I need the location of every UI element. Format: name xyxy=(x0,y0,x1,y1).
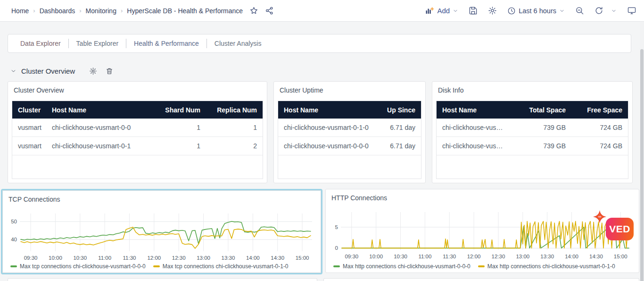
table-row: chi-clickhouse-vusmart-0-0-0 6.71 day xyxy=(278,137,421,155)
legend-item[interactable]: Max tcp connections chi-clickhouse-vusma… xyxy=(153,263,289,270)
col-total-space[interactable]: Total Space xyxy=(509,106,566,114)
refresh-icon xyxy=(594,6,603,15)
cell-total-space: 739 GB xyxy=(509,142,566,150)
chevron-down-icon xyxy=(453,8,458,14)
favorite-star-button[interactable] xyxy=(249,6,258,15)
svg-text:09:30: 09:30 xyxy=(24,255,38,261)
svg-text:12:30: 12:30 xyxy=(492,254,505,259)
table-row: chi-clickhouse-vusmart-0-1-0 6.71 day xyxy=(278,119,421,137)
svg-text:12:00: 12:00 xyxy=(467,254,481,259)
kiosk-mode-button[interactable] xyxy=(627,6,636,15)
col-up-since[interactable]: Up Since xyxy=(375,106,415,114)
col-host-name[interactable]: Host Name xyxy=(52,106,149,114)
svg-text:13:30: 13:30 xyxy=(540,254,554,259)
table-header: Host Name Up Since xyxy=(278,101,421,119)
tcp-connections-chart[interactable]: 09:3010:0010:3011:0011:3012:0012:3013:00… xyxy=(6,210,316,263)
add-panel-button[interactable]: Add xyxy=(425,7,458,15)
row-title[interactable]: Cluster Overview xyxy=(21,67,75,75)
table-header: Host Name Total Space Free Space xyxy=(437,101,628,119)
panel-title[interactable]: Cluster Overview xyxy=(8,82,267,97)
panel-disk-info: Disk Info Host Name Total Space Free Spa… xyxy=(432,81,633,183)
panel-title[interactable]: HTTP Connections xyxy=(326,189,639,206)
tab-table-explorer[interactable]: Table Explorer xyxy=(69,40,126,47)
breadcrumb-current-dashboard: HyperScale DB - Health & Performance xyxy=(127,7,243,15)
share-button[interactable] xyxy=(265,6,274,15)
svg-text:14:00: 14:00 xyxy=(565,254,578,259)
tab-data-explorer[interactable]: Data Explorer xyxy=(13,40,68,47)
row-settings-button[interactable] xyxy=(89,67,97,75)
panel-tcp-connections-selected[interactable]: TCP Connections 09:3010:0010:3011:0011:3… xyxy=(1,189,322,274)
table-row: chi-clickhouse-vusmart-0... 739 GB 724 G… xyxy=(437,137,628,155)
cluster-overview-table: Cluster Host Name Shard Num Replica Num … xyxy=(12,101,263,179)
monitor-icon xyxy=(627,6,636,15)
zoom-out-icon xyxy=(575,6,584,15)
time-range-label: Last 6 hours xyxy=(519,7,556,15)
col-shard-num[interactable]: Shard Num xyxy=(153,106,200,114)
gear-icon xyxy=(89,67,97,75)
series-color-dash xyxy=(478,265,485,267)
svg-text:11:00: 11:00 xyxy=(98,255,111,261)
breadcrumb-dashboards[interactable]: Dashboards xyxy=(40,7,75,15)
breadcrumb-separator: › xyxy=(33,7,35,14)
scrollbar-thumb[interactable] xyxy=(640,49,644,281)
collapse-chevron-icon[interactable] xyxy=(10,68,17,74)
cell-host-name: chi-clickhouse-vusmart-0-0-0 xyxy=(284,142,370,150)
http-chart-legend: Max http connections chi-clickhouse-vusm… xyxy=(333,263,615,270)
next-row-panel-stub xyxy=(8,278,317,281)
col-replica-num[interactable]: Replica Num xyxy=(205,106,257,114)
next-row-panel-stub xyxy=(323,278,639,281)
panel-title[interactable]: Disk Info xyxy=(432,82,632,97)
col-free-space[interactable]: Free Space xyxy=(570,106,622,114)
table-row: vusmart chi-clickhouse-vusmart-0-1 1 2 xyxy=(12,137,263,155)
svg-text:40: 40 xyxy=(11,237,17,242)
legend-item[interactable]: Max http connections chi-clickhouse-vusm… xyxy=(333,263,471,270)
share-icon xyxy=(265,6,274,15)
zoom-out-time-button[interactable] xyxy=(575,6,584,15)
clock-icon xyxy=(507,7,516,15)
refresh-button[interactable] xyxy=(594,6,617,15)
svg-text:15:00: 15:00 xyxy=(296,255,309,261)
cell-up-since: 6.71 day xyxy=(375,142,415,150)
svg-text:12:30: 12:30 xyxy=(172,255,186,261)
save-dashboard-button[interactable] xyxy=(469,6,478,15)
breadcrumb-separator: › xyxy=(79,7,81,14)
legend-item[interactable]: Max tcp connections chi-clickhouse-vusma… xyxy=(10,263,146,270)
star-icon xyxy=(249,6,258,15)
panel-title[interactable]: TCP Connections xyxy=(3,191,321,208)
svg-text:10:30: 10:30 xyxy=(394,254,407,259)
legend-label: Max tcp connections chi-clickhouse-vusma… xyxy=(163,263,289,270)
refresh-interval-chevron-icon[interactable] xyxy=(611,8,617,14)
col-cluster[interactable]: Cluster xyxy=(18,106,47,114)
time-range-picker[interactable]: Last 6 hours xyxy=(507,7,565,15)
panel-tcp-connections: TCP Connections 09:3010:0010:3011:0011:3… xyxy=(2,190,321,273)
http-connections-chart[interactable]: 09:3010:0010:3011:0011:3012:0012:3013:00… xyxy=(329,208,634,261)
panel-cluster-uptime: Cluster Uptime Host Name Up Since chi-cl… xyxy=(273,81,426,183)
svg-text:0: 0 xyxy=(335,245,338,251)
svg-text:11:30: 11:30 xyxy=(443,254,456,259)
svg-text:13:30: 13:30 xyxy=(222,255,235,261)
svg-text:14:30: 14:30 xyxy=(589,254,603,259)
legend-label: Max http connections chi-clickhouse-vusm… xyxy=(343,263,471,270)
panel-http-connections: HTTP Connections 09:3010:0010:3011:0011:… xyxy=(325,189,639,273)
row-delete-button[interactable] xyxy=(106,67,113,75)
cell-free-space: 724 GB xyxy=(570,142,622,150)
disk-info-table: Host Name Total Space Free Space chi-cli… xyxy=(436,101,628,179)
table-row: chi-clickhouse-vusmart-0... 739 GB 724 G… xyxy=(437,119,628,137)
series-color-dash xyxy=(333,265,340,267)
svg-text:50: 50 xyxy=(11,219,17,224)
tcp-chart-legend: Max tcp connections chi-clickhouse-vusma… xyxy=(10,263,289,270)
svg-text:09:30: 09:30 xyxy=(345,254,358,259)
breadcrumb-monitoring[interactable]: Monitoring xyxy=(86,7,116,15)
legend-item[interactable]: Max http connections chi-clickhouse-vusm… xyxy=(478,263,615,270)
panel-title[interactable]: Cluster Uptime xyxy=(274,82,425,97)
series-color-dash xyxy=(10,265,17,267)
tab-health-performance[interactable]: Health & Performance xyxy=(126,40,206,47)
scrollbar-track[interactable] xyxy=(640,22,644,281)
col-host-name[interactable]: Host Name xyxy=(284,106,370,114)
tab-cluster-analysis[interactable]: Cluster Analysis xyxy=(207,40,269,47)
dashboard-settings-button[interactable] xyxy=(488,6,497,15)
col-host-name[interactable]: Host Name xyxy=(442,106,504,114)
breadcrumb-home[interactable]: Home xyxy=(11,7,29,15)
breadcrumb: Home › Dashboards › Monitoring › HyperSc… xyxy=(11,7,243,15)
cell-host-name: chi-clickhouse-vusmart-0-0 xyxy=(52,124,149,131)
